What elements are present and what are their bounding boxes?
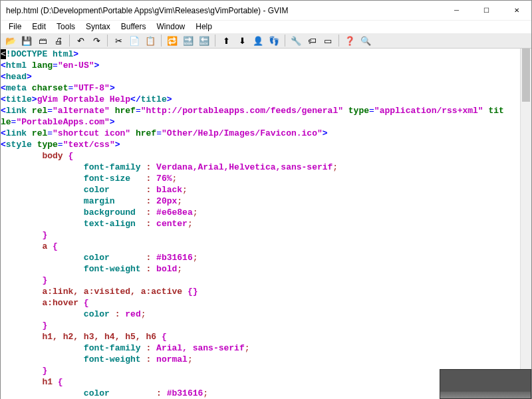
close-button[interactable]: ✕ <box>501 1 531 21</box>
text-editor[interactable]: <!DOCTYPE html> <html lang="en-US"> <hea… <box>1 49 520 399</box>
minimap-wave <box>440 392 531 398</box>
menu-file[interactable]: File <box>3 21 27 33</box>
scrollbar[interactable] <box>520 49 531 399</box>
doctype: !DOCTYPE html <box>6 49 73 59</box>
replace-icon[interactable]: 🔁 <box>165 33 180 48</box>
menu-buffers[interactable]: Buffers <box>116 21 152 33</box>
editor-area: <!DOCTYPE html> <html lang="en-US"> <hea… <box>1 49 531 399</box>
ctags-icon[interactable]: 🏷 <box>305 33 319 48</box>
menu-edit[interactable]: Edit <box>27 21 51 33</box>
findprev-icon[interactable]: 🔙 <box>197 33 211 48</box>
toolbar-separator <box>69 35 70 47</box>
toolbar: 📂 💾 🗃 🖨 ↶ ↷ ✂ 📄 📋 🔁 🔜 🔙 ⬆ ⬇ 👤 👣 🔧 🏷 ▭ ❓ … <box>1 33 531 49</box>
loadsess-icon[interactable]: ⬆ <box>219 33 233 48</box>
save-icon[interactable]: 💾 <box>19 33 34 48</box>
runscript-icon[interactable]: 👤 <box>251 33 265 48</box>
findhelp-icon[interactable]: 🔍 <box>358 33 373 48</box>
saveall-icon[interactable]: 🗃 <box>35 33 50 48</box>
shell-icon[interactable]: 🔧 <box>289 33 303 48</box>
maximize-button[interactable]: ☐ <box>471 1 501 21</box>
copy-icon[interactable]: 📄 <box>127 33 142 48</box>
window-title: help.html (D:\Development\Portable Apps\… <box>6 6 442 15</box>
menu-window[interactable]: Window <box>152 21 191 33</box>
menu-syntax[interactable]: Syntax <box>80 21 116 33</box>
paste-icon[interactable]: 📋 <box>143 33 158 48</box>
menu-help[interactable]: Help <box>190 21 217 33</box>
print-icon[interactable]: 🖨 <box>51 33 66 48</box>
window-controls: ─ ☐ ✕ <box>442 1 531 21</box>
scroll-thumb[interactable] <box>522 49 530 102</box>
tag-icon[interactable]: ▭ <box>321 33 335 48</box>
savesess-icon[interactable]: ⬇ <box>235 33 249 48</box>
open-icon[interactable]: 📂 <box>3 33 18 48</box>
toolbar-separator <box>161 35 162 47</box>
toolbar-separator <box>107 35 108 47</box>
toolbar-separator <box>285 35 285 47</box>
app-window: help.html (D:\Development\Portable Apps\… <box>0 0 532 399</box>
help-icon[interactable]: ❓ <box>342 33 357 48</box>
minimize-button[interactable]: ─ <box>442 1 471 21</box>
toolbar-separator <box>338 35 339 47</box>
make-icon[interactable]: 👣 <box>267 33 281 48</box>
undo-icon[interactable]: ↶ <box>73 33 88 48</box>
findnext-icon[interactable]: 🔜 <box>181 33 196 48</box>
titlebar: help.html (D:\Development\Portable Apps\… <box>1 1 531 21</box>
menubar: File Edit Tools Syntax Buffers Window He… <box>1 21 531 33</box>
minimap[interactable] <box>440 369 531 399</box>
cut-icon[interactable]: ✂ <box>111 33 126 48</box>
redo-icon[interactable]: ↷ <box>89 33 104 48</box>
toolbar-separator <box>215 35 215 47</box>
menu-tools[interactable]: Tools <box>51 21 80 33</box>
